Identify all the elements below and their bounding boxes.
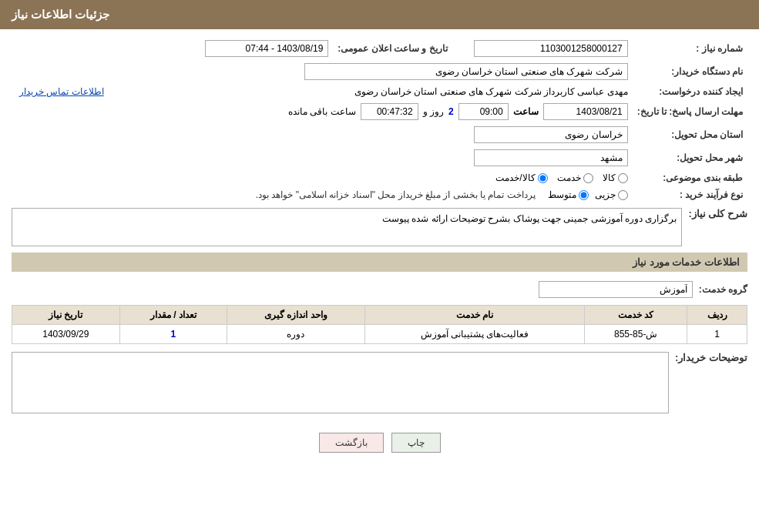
purchase-jazee-label: جزیی <box>595 189 616 200</box>
province-input[interactable] <box>474 126 628 143</box>
category-khadamat-radio[interactable] <box>583 173 593 183</box>
announce-label: تاریخ و ساعت اعلان عمومی: <box>333 37 462 60</box>
purchase-jazee-radio[interactable] <box>618 190 628 200</box>
page-title: جزئیات اطلاعات نیاز <box>12 8 109 21</box>
purchase-type-label: نوع فرآیند خرید : <box>633 186 747 203</box>
cell-service-code: ش-85-855 <box>585 325 687 344</box>
category-kala-label: کالا <box>603 172 616 183</box>
cell-service-name: فعالیت‌های پشتیبانی آموزش <box>364 325 585 344</box>
back-button[interactable]: بازگشت <box>319 433 384 453</box>
service-group-input[interactable] <box>539 281 693 298</box>
deadline-label: مهلت ارسال پاسخ: تا تاریخ: <box>633 100 747 123</box>
need-number-label: شماره نیاز : <box>633 37 747 60</box>
category-kala-radio[interactable] <box>618 173 628 183</box>
city-label: شهر محل تحویل: <box>633 146 747 169</box>
description-section-label: شرح کلی نیاز: <box>688 208 747 219</box>
category-kala-khadamat-radio[interactable] <box>538 173 548 183</box>
province-label: استان محل تحویل: <box>633 123 747 146</box>
page-header: جزئیات اطلاعات نیاز <box>0 0 759 29</box>
category-khadamat-item: خدمت <box>557 172 593 183</box>
time-label: ساعت <box>513 106 539 117</box>
announce-input[interactable] <box>205 40 328 57</box>
cell-need-date: 1403/09/29 <box>12 325 120 344</box>
creator-label: ایجاد کننده درخواست: <box>633 83 747 100</box>
col-service-code: کد خدمت <box>585 306 687 325</box>
buyer-notes-label: توضیحات خریدار: <box>675 352 747 363</box>
days-value: 2 <box>448 106 454 117</box>
buyer-org-label: نام دستگاه خریدار: <box>633 60 747 83</box>
category-kala-item: کالا <box>603 172 628 183</box>
description-box: برگزاری دوره آموزشی جمینی جهت پوشاک بشرح… <box>12 208 682 246</box>
purchase-motavasset-radio[interactable] <box>579 190 589 200</box>
creator-value: مهدی عباسی کاربرداز شرکت شهرک های صنعتی … <box>354 86 628 97</box>
print-button[interactable]: چاپ <box>391 433 441 453</box>
services-section-label: اطلاعات خدمات مورد نیاز <box>12 253 747 272</box>
contact-link[interactable]: اطلاعات تماس خریدار <box>19 86 104 97</box>
buyer-notes-box <box>12 352 669 413</box>
col-row-num: ردیف <box>687 306 747 325</box>
service-group-row: گروه خدمت: <box>12 278 747 301</box>
services-table: ردیف کد خدمت نام خدمت واحد اندازه گیری ت… <box>12 305 747 344</box>
remaining-time-input[interactable] <box>361 103 418 120</box>
deadline-time-input[interactable] <box>458 103 509 120</box>
days-label: روز و <box>423 106 444 117</box>
cell-row-num: 1 <box>687 325 747 344</box>
cell-quantity: 1 <box>119 325 227 344</box>
purchase-jazee-item: جزیی <box>595 189 628 200</box>
purchase-motavasset-item: متوسط <box>548 189 589 200</box>
deadline-date-input[interactable] <box>543 103 628 120</box>
service-group-label: گروه خدمت: <box>699 284 747 295</box>
category-kala-khadamat-item: کالا/خدمت <box>495 172 547 183</box>
category-label: طبقه بندی موضوعی: <box>633 169 747 186</box>
need-number-input[interactable] <box>474 40 628 57</box>
col-unit: واحد اندازه گیری <box>227 306 365 325</box>
purchase-motavasset-label: متوسط <box>548 189 576 200</box>
category-khadamat-label: خدمت <box>557 172 581 183</box>
info-table: شماره نیاز : تاریخ و ساعت اعلان عمومی: ن… <box>12 37 747 203</box>
city-input[interactable] <box>474 149 628 166</box>
cell-unit: دوره <box>227 325 365 344</box>
col-quantity: تعداد / مقدار <box>119 306 227 325</box>
purchase-type-note: پرداخت تمام یا بخشی از مبلغ خریداز محل "… <box>256 189 536 200</box>
col-service-name: نام خدمت <box>364 306 585 325</box>
category-kala-khadamat-label: کالا/خدمت <box>495 172 535 183</box>
buttons-row: چاپ بازگشت <box>12 421 747 464</box>
remaining-suffix: ساعت باقی مانده <box>288 106 356 117</box>
col-need-date: تاریخ نیاز <box>12 306 120 325</box>
buyer-org-input[interactable] <box>304 63 628 80</box>
table-row: 1 ش-85-855 فعالیت‌های پشتیبانی آموزش دور… <box>12 325 747 344</box>
description-value: برگزاری دوره آموزشی جمینی جهت پوشاک بشرح… <box>382 213 677 224</box>
